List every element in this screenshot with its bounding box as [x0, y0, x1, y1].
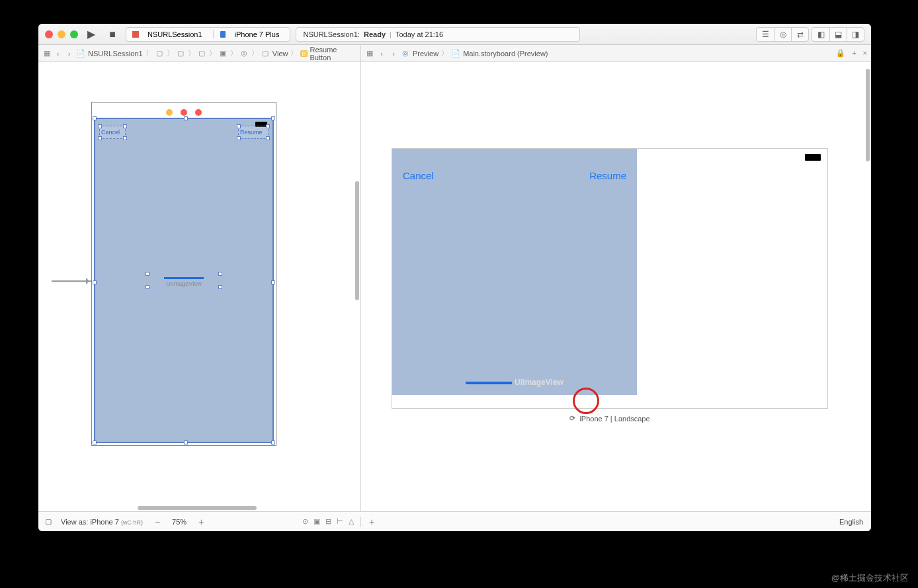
initial-vc-arrow[interactable]	[52, 280, 91, 282]
close-window-button[interactable]	[45, 30, 53, 38]
add-preview-device-button[interactable]: +	[369, 517, 374, 527]
status-time: Today at 21:16	[396, 30, 443, 38]
preview-battery-icon	[805, 154, 821, 161]
uiimageview-label: UIImageView	[166, 280, 201, 287]
stop-button[interactable]: ■	[104, 28, 120, 41]
nav-back-icon[interactable]: ‹	[54, 49, 62, 58]
jb-file-label[interactable]: Main.storyboard (Preview)	[463, 50, 548, 58]
footer-bar: ▢ View as: iPhone 7 (wC hR) − 75% + ⊙ ▣ …	[38, 511, 871, 531]
scene-dot-1	[166, 109, 173, 116]
button-class-icon: B	[300, 50, 307, 57]
preview-cancel-button: Cancel	[403, 170, 434, 181]
toolbar: ▶ ■ NSURLSession1 iPhone 7 Plus NSURLSes…	[38, 24, 871, 45]
scene-icon: ▣	[219, 49, 228, 58]
resume-button-label: Resume	[240, 129, 263, 136]
assistant-editor-button[interactable]: ◎	[774, 28, 791, 41]
svg-rect-1	[220, 31, 226, 38]
vc-icon: ◎	[240, 49, 249, 58]
uiimageview-ib[interactable]: UIImageView	[147, 274, 220, 287]
file2-icon: ▢	[177, 49, 185, 58]
status-project: NSURLSession1:	[303, 30, 360, 38]
scheme-project-label: NSURLSession1	[142, 30, 208, 38]
storyboard-file-icon: 📄	[451, 49, 460, 58]
resolve-icon[interactable]: △	[349, 517, 354, 526]
zoom-in-button[interactable]: +	[196, 517, 206, 527]
preview-resume-button: Resume	[589, 170, 626, 181]
version-editor-button[interactable]: ⇄	[791, 28, 808, 41]
jb-preview-label[interactable]: Preview	[413, 50, 438, 58]
xcode-window: ▶ ■ NSURLSession1 iPhone 7 Plus NSURLSes…	[38, 24, 871, 531]
nav-forward-icon[interactable]: ›	[65, 49, 73, 58]
preview-scrollbar[interactable]	[866, 69, 870, 161]
size-class-label: (wC hR)	[121, 519, 143, 526]
activity-status: NSURLSession1: Ready | Today at 21:16	[296, 27, 580, 42]
footer-left: ▢ View as: iPhone 7 (wC hR) − 75% + ⊙ ▣ …	[38, 517, 361, 527]
document-outline-toggle[interactable]: ▢	[45, 517, 52, 526]
align-icon[interactable]: ⊟	[325, 517, 331, 526]
view-controller-scene[interactable]: Cancel Resume UIImageView	[91, 102, 276, 446]
bottom-panel-toggle[interactable]: ⬓	[829, 28, 847, 41]
jumpbar-right[interactable]: ▦ ‹ › ◎ Preview〉 📄 Main.storyboard (Prev…	[361, 45, 871, 62]
jb-item-button[interactable]: Resume Button	[310, 46, 357, 62]
jumpbar-left[interactable]: ▦ ‹ › 📄 NSURLSession1〉 ▢〉 ▢〉 ▢〉 ▣〉 ◎〉 ▢ …	[38, 45, 361, 62]
root-view-selected[interactable]: Cancel Resume UIImageView	[94, 118, 274, 443]
preview-uiimageview: UIImageView	[466, 378, 563, 387]
preview-language-selector[interactable]: English	[839, 518, 863, 526]
scene-dot-3	[195, 109, 202, 116]
file-icon: 📄	[76, 49, 85, 58]
lock-icon[interactable]: 🔒	[836, 49, 845, 58]
rotate-icon[interactable]: ⟳	[569, 414, 575, 423]
minimize-window-button[interactable]	[58, 30, 65, 38]
embed-icon[interactable]: ▣	[313, 517, 320, 526]
annotation-circle	[573, 388, 599, 414]
add-assistant-icon[interactable]: +	[852, 49, 856, 58]
standard-editor-button[interactable]: ☰	[757, 28, 774, 41]
panel-toggle-group: ◧ ⬓ ◨	[812, 27, 864, 42]
left-panel-toggle[interactable]: ◧	[812, 28, 829, 41]
status-state: Ready	[364, 30, 386, 38]
nav-forward-icon-r[interactable]: ›	[389, 49, 398, 58]
view-icon: ▢	[261, 49, 270, 58]
jb-item-0[interactable]: NSURLSession1	[88, 50, 143, 58]
zoom-level[interactable]: 75%	[172, 518, 187, 526]
run-button[interactable]: ▶	[83, 28, 99, 41]
related-items-icon[interactable]: ▦	[42, 49, 51, 58]
view-as-control[interactable]: View as: iPhone 7 (wC hR)	[61, 518, 143, 526]
cancel-button-label: Cancel	[101, 129, 120, 136]
jumpbar: ▦ ‹ › 📄 NSURLSession1〉 ▢〉 ▢〉 ▢〉 ▣〉 ◎〉 ▢ …	[38, 45, 871, 62]
footer-right: + English	[361, 517, 871, 527]
svg-rect-0	[132, 31, 139, 38]
preview-uiimageview-label: UIImageView	[515, 378, 563, 387]
zoom-window-button[interactable]	[70, 30, 78, 38]
scheme-selector[interactable]: NSURLSession1 iPhone 7 Plus	[126, 27, 290, 42]
editor-mode-group: ☰ ◎ ⇄	[756, 27, 809, 42]
view-as-label: View as: iPhone 7	[61, 518, 119, 526]
preview-icon: ◎	[401, 49, 410, 58]
preview-device-label[interactable]: ⟳ iPhone 7 | Landscape	[569, 414, 649, 423]
scheme-device-label: iPhone 7 Plus	[230, 30, 285, 38]
scheme-device: iPhone 7 Plus	[213, 30, 290, 38]
related-items-icon-r[interactable]: ▦	[365, 49, 374, 58]
zoom-out-button[interactable]: −	[152, 517, 163, 527]
content-area: Cancel Resume UIImageView	[38, 62, 871, 511]
vertical-scrollbar[interactable]	[355, 181, 359, 300]
file3-icon: ▢	[198, 49, 206, 58]
close-assistant-icon[interactable]: ×	[863, 49, 867, 58]
preview-device-text: iPhone 7 | Landscape	[579, 415, 649, 423]
cancel-button-ib[interactable]: Cancel	[99, 126, 126, 139]
right-panel-toggle[interactable]: ◨	[847, 28, 864, 41]
horizontal-scrollbar[interactable]	[138, 506, 257, 510]
pin-icon[interactable]: ⊢	[337, 517, 343, 526]
preview-pane[interactable]: Cancel Resume UIImageView ⟳ iPhone 7 | L…	[361, 62, 871, 511]
resume-button-ib[interactable]: Resume	[238, 126, 269, 139]
jb-item-view[interactable]: View	[272, 50, 288, 58]
preview-device-frame[interactable]: Cancel Resume UIImageView ⟳ iPhone 7 | L…	[392, 148, 828, 409]
preview-screen: Cancel Resume UIImageView	[392, 149, 637, 395]
update-frames-icon[interactable]: ⊙	[302, 517, 308, 526]
phone-frame: Cancel Resume UIImageView	[91, 102, 276, 446]
watermark-text: @稀土掘金技术社区	[831, 572, 909, 584]
folder-icon: ▢	[155, 49, 164, 58]
interface-builder-canvas[interactable]: Cancel Resume UIImageView	[38, 62, 361, 511]
nav-back-icon-r[interactable]: ‹	[377, 49, 386, 58]
scene-dot-2	[181, 109, 187, 116]
